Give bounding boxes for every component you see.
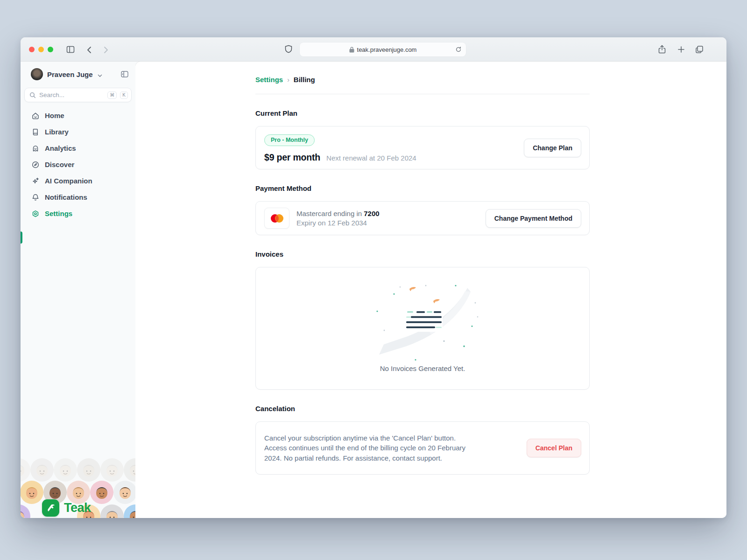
empty-invoices-text: No Invoices Generated Yet. [380, 364, 465, 372]
current-plan-title: Current Plan [255, 109, 590, 117]
plan-badge: Pro - Monthly [264, 134, 315, 146]
sidebar-nav: Home Library Analytics [21, 109, 135, 220]
sidebar-item-label: Analytics [45, 144, 76, 152]
sidebar-item-settings[interactable]: Settings [21, 207, 135, 220]
minimize-window-button[interactable] [38, 47, 44, 52]
notifications-icon [31, 193, 40, 202]
sidebar-item-library[interactable]: Library [21, 126, 135, 138]
zoom-window-button[interactable] [48, 47, 53, 52]
change-payment-method-button[interactable]: Change Payment Method [486, 209, 581, 228]
invoices-title: Invoices [255, 250, 590, 258]
settings-icon [31, 210, 40, 218]
change-plan-button[interactable]: Change Plan [524, 139, 581, 157]
user-avatar [31, 68, 43, 80]
memoji-avatar [30, 458, 54, 482]
card-description: Mastercard ending in 7200 [296, 210, 380, 217]
active-indicator [21, 231, 22, 244]
shortcut-cmd-key: ⌘ [107, 91, 117, 99]
cancelation-text: Cancel your subscription anytime via the… [264, 433, 477, 463]
back-icon[interactable] [85, 45, 94, 55]
sidebar: Praveen Juge ⌘ K [21, 62, 135, 518]
tab-overview-icon[interactable] [695, 45, 704, 54]
teak-logo-icon [42, 499, 59, 517]
reload-icon[interactable] [455, 46, 462, 53]
cancelation-card: Cancel your subscription anytime via the… [255, 421, 590, 475]
sidebar-item-notifications[interactable]: Notifications [21, 191, 135, 203]
address-bar[interactable]: teak.praveenjuge.com [300, 42, 466, 56]
sidebar-item-label: Settings [45, 210, 72, 217]
shortcut-k-key: K [120, 91, 128, 99]
sidebar-item-analytics[interactable]: Analytics [21, 142, 135, 154]
empty-invoices-illustration [364, 281, 481, 362]
sidebar-collapse-icon[interactable] [120, 70, 129, 78]
main-content: Settings › Billing Current Plan Pro - Mo… [135, 62, 726, 518]
memoji-avatar [21, 458, 30, 482]
cancelation-title: Cancelation [255, 405, 590, 413]
memoji-avatar [77, 458, 100, 482]
memoji-avatar [90, 481, 113, 504]
memoji-avatar [124, 504, 135, 518]
breadcrumb-settings-link[interactable]: Settings [255, 76, 283, 84]
memoji-avatar [124, 458, 135, 482]
sidebar-item-label: Home [45, 112, 64, 119]
search-input[interactable]: ⌘ K [24, 88, 132, 102]
cancel-plan-button[interactable]: Cancel Plan [527, 439, 581, 457]
breadcrumb: Settings › Billing [255, 76, 590, 84]
memoji-avatar [21, 481, 43, 504]
privacy-shield-icon[interactable] [284, 44, 293, 54]
memoji-avatar [100, 504, 124, 518]
new-tab-icon[interactable] [677, 45, 686, 54]
payment-method-card: Mastercard ending in 7200 Expiry on 12 F… [255, 201, 590, 235]
sidebar-item-ai-companion[interactable]: AI Companion [21, 175, 135, 187]
card-expiry: Expiry on 12 Feb 2034 [296, 219, 380, 227]
card-last4: 7200 [364, 210, 379, 217]
divider [255, 94, 590, 94]
sidebar-item-home[interactable]: Home [21, 109, 135, 122]
user-name: Praveen Juge [47, 70, 93, 78]
payment-method-title: Payment Method [255, 184, 590, 192]
analytics-icon [31, 144, 40, 153]
home-icon [31, 112, 40, 120]
search-icon [29, 92, 36, 98]
chevron-down-icon [97, 72, 103, 77]
user-menu[interactable]: Praveen Juge [21, 62, 135, 80]
memoji-avatar [100, 458, 124, 482]
memoji-avatar [113, 481, 135, 504]
current-plan-card: Pro - Monthly $9 per month Next renewal … [255, 126, 590, 169]
sidebar-item-label: Notifications [45, 193, 87, 201]
breadcrumb-current: Billing [294, 76, 315, 84]
browser-toolbar: teak.praveenjuge.com [21, 37, 726, 62]
memoji-avatar [54, 458, 77, 482]
browser-window: teak.praveenjuge.com Praveen Juge [21, 37, 726, 518]
library-icon [31, 128, 40, 136]
browser-sidebar-toggle-icon[interactable] [66, 45, 75, 54]
ai-companion-icon [31, 177, 40, 185]
sidebar-item-label: Discover [45, 161, 74, 168]
lock-icon [349, 47, 354, 53]
url-text: teak.praveenjuge.com [357, 46, 417, 53]
sidebar-item-label: AI Companion [45, 177, 92, 185]
brand-name: Teak [64, 501, 91, 515]
brand: Teak [42, 499, 91, 517]
forward-icon[interactable] [101, 45, 110, 55]
plan-renewal: Next renewal at 20 Feb 2024 [326, 154, 416, 162]
discover-icon [31, 161, 40, 169]
sidebar-item-label: Library [45, 128, 69, 136]
search-field[interactable] [39, 91, 104, 98]
breadcrumb-chevron-icon: › [287, 76, 289, 84]
plan-price: $9 per month [264, 152, 320, 163]
share-icon[interactable] [657, 45, 667, 54]
mastercard-icon [264, 208, 289, 229]
sidebar-item-discover[interactable]: Discover [21, 158, 135, 171]
invoices-card: No Invoices Generated Yet. [255, 267, 590, 390]
close-window-button[interactable] [29, 47, 35, 52]
memoji-avatar [21, 504, 30, 518]
